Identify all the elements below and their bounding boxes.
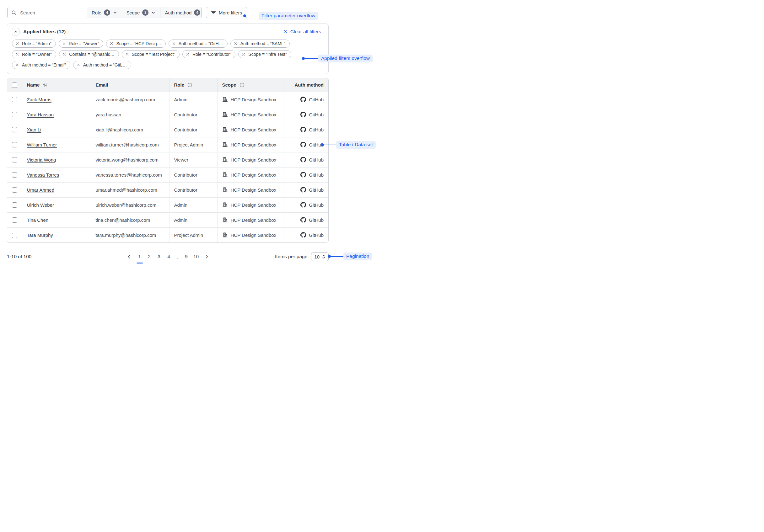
callout-table-data-set: Table / Data set — [321, 141, 376, 149]
remove-filter-icon[interactable] — [63, 53, 66, 56]
user-name-link[interactable]: Ulrich Weber — [27, 202, 54, 208]
remove-filter-icon[interactable] — [109, 42, 113, 46]
applied-filter-chips: Role = “Admin” Role = “Viewer” Scope = “… — [12, 40, 322, 69]
chip-label: Role = “Viewer” — [69, 41, 99, 46]
user-auth-method: GitHub — [309, 172, 324, 178]
row-checkbox[interactable] — [12, 202, 17, 208]
row-checkbox[interactable] — [12, 217, 17, 223]
building-icon — [222, 217, 228, 223]
page-button[interactable]: 9 — [182, 252, 191, 261]
page-button[interactable]: 2 — [145, 252, 153, 261]
filter-dropdown-scope[interactable]: Scope 3 — [122, 7, 160, 18]
search-field[interactable] — [8, 7, 87, 18]
user-auth-method: GitHub — [309, 127, 324, 132]
previous-page-button[interactable] — [124, 254, 134, 260]
user-scope: HCP Design Sandbox — [231, 97, 277, 102]
info-icon[interactable] — [240, 82, 245, 87]
user-auth-method: GitHub — [309, 142, 324, 147]
user-email: victoria.wong@hashicorp.com — [96, 157, 158, 163]
collapse-panel-button[interactable] — [12, 28, 19, 36]
table-row: William Turner william.turner@hashicorp.… — [7, 137, 328, 152]
user-role: Viewer — [174, 157, 189, 163]
github-icon — [300, 157, 306, 163]
user-email: vanessa.torres@hashicorp.com — [96, 172, 162, 178]
applied-filters-title: Applied filters (12) — [23, 29, 66, 35]
column-header-name[interactable]: Name — [27, 82, 40, 87]
next-page-button[interactable] — [202, 254, 212, 260]
user-auth-method: GitHub — [309, 157, 324, 163]
user-role: Contributor — [174, 127, 197, 132]
clear-all-filters-link[interactable]: Clear all filters — [284, 29, 321, 35]
row-checkbox[interactable] — [12, 233, 17, 238]
row-checkbox[interactable] — [12, 97, 17, 102]
chip-row: Role = “Owner” Contains = “@hashic… Scop… — [12, 50, 322, 58]
remove-filter-icon[interactable] — [234, 42, 238, 46]
building-icon — [222, 97, 228, 102]
x-icon — [284, 30, 288, 34]
select-all-checkbox[interactable] — [12, 82, 17, 88]
user-scope: HCP Design Sandbox — [231, 172, 277, 178]
column-header-email: Email — [96, 82, 108, 87]
github-icon — [300, 127, 306, 132]
remove-filter-icon[interactable] — [172, 42, 176, 46]
applied-filter-chip: Role = “Owner” — [12, 50, 56, 58]
page-button[interactable]: 4 — [165, 252, 173, 261]
user-auth-method: GitHub — [309, 187, 324, 193]
filter-count-badge: 3 — [142, 9, 148, 16]
row-checkbox[interactable] — [12, 142, 17, 147]
remove-filter-icon[interactable] — [125, 53, 129, 56]
page-button[interactable]: 1 — [136, 252, 144, 261]
chip-label: Role = “Contributor” — [192, 52, 231, 57]
filter-lines-icon — [211, 10, 216, 15]
user-email: umar.ahmed@hashicorp.com — [96, 187, 157, 193]
chip-label: Contains = “@hashic… — [69, 52, 114, 57]
row-checkbox[interactable] — [12, 187, 17, 193]
user-scope: HCP Design Sandbox — [231, 232, 277, 238]
remove-filter-icon[interactable] — [62, 42, 66, 46]
user-name-link[interactable]: Tina Chen — [27, 217, 49, 223]
remove-filter-icon[interactable] — [186, 53, 190, 56]
user-name-link[interactable]: Umar Ahmed — [27, 187, 55, 193]
table-row: Ulrich Weber ulrich.weber@hashicorp.com … — [7, 197, 328, 212]
user-scope: HCP Design Sandbox — [231, 127, 277, 132]
search-input[interactable] — [19, 10, 83, 16]
page-button[interactable]: 10 — [192, 252, 200, 261]
building-icon — [222, 232, 228, 238]
user-name-link[interactable]: William Turner — [27, 142, 57, 147]
row-checkbox[interactable] — [12, 127, 17, 132]
filter-dropdown-label: Scope — [126, 10, 140, 15]
building-icon — [222, 187, 228, 193]
items-per-page-select[interactable]: 10 — [311, 252, 329, 261]
user-name-link[interactable]: Yara Hassan — [27, 112, 54, 117]
user-scope: HCP Design Sandbox — [231, 157, 277, 163]
user-name-link[interactable]: Xiao Li — [27, 127, 42, 132]
applied-filter-chip: Role = “Contributor” — [182, 50, 235, 58]
user-name-link[interactable]: Victoria Wong — [27, 157, 56, 163]
filter-dropdown-auth-method[interactable]: Auth method 4 — [160, 7, 202, 18]
github-icon — [300, 202, 306, 208]
more-filters-button[interactable]: More filters — [206, 7, 247, 18]
remove-filter-icon[interactable] — [15, 63, 19, 67]
row-checkbox[interactable] — [12, 172, 17, 178]
user-scope: HCP Design Sandbox — [231, 187, 277, 193]
filter-dropdown-role[interactable]: Role 4 — [87, 7, 122, 18]
user-name-link[interactable]: Vanessa Torres — [27, 172, 59, 178]
github-icon — [300, 97, 306, 102]
remove-filter-icon[interactable] — [77, 63, 80, 67]
user-name-link[interactable]: Zack Morris — [27, 97, 52, 102]
sort-icon[interactable] — [43, 82, 48, 87]
remove-filter-icon[interactable] — [242, 53, 246, 56]
chip-label: Role = “Owner” — [22, 52, 52, 57]
callout-label: Filter parameter overflow — [259, 12, 318, 20]
page-button[interactable]: 3 — [155, 252, 163, 261]
more-filters-label: More filters — [219, 10, 242, 15]
user-name-link[interactable]: Tara Murphy — [27, 232, 53, 238]
info-icon[interactable] — [187, 82, 192, 87]
filter-dropdown-label: Role — [92, 10, 101, 15]
row-checkbox[interactable] — [12, 112, 17, 117]
callout-line — [331, 256, 343, 257]
user-role: Contributor — [174, 112, 197, 117]
remove-filter-icon[interactable] — [15, 42, 19, 46]
row-checkbox[interactable] — [12, 157, 17, 163]
remove-filter-icon[interactable] — [15, 53, 19, 56]
